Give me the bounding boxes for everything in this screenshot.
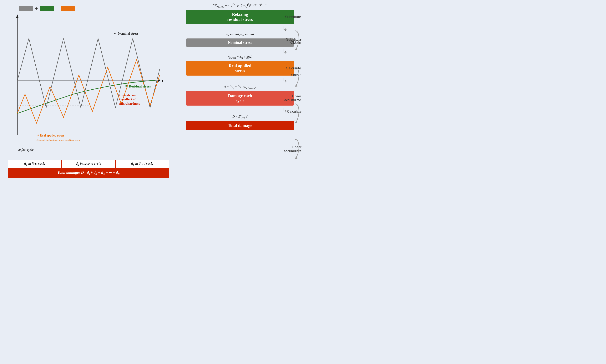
box-damage-each-cycle: Damage eachcycle	[186, 91, 294, 105]
section-real-applied: Real appliedstress Calculate	[180, 61, 300, 76]
damage-row-top: d1 in first cycle d2 in second cycle d3 …	[8, 160, 169, 168]
formula-sigma-const: σa = const, σm = const	[184, 33, 296, 37]
box-nominal-stress: Nominal stress	[186, 39, 294, 47]
section-damage-cycle: Damage eachcycle Linearaccumulate	[180, 91, 300, 105]
formula-real-stress: σm,real = σm + g(N)	[184, 55, 296, 59]
legend-plus: +	[35, 6, 38, 12]
svg-text:the effect of: the effect of	[119, 97, 136, 101]
svg-text:microhardness: microhardness	[119, 102, 140, 105]
svg-text:↗ Real applied stress: ↗ Real applied stress	[37, 134, 65, 137]
label-substitute: Substitute	[285, 15, 301, 19]
arrow-2: ↳	[180, 48, 300, 54]
legend-green-box	[40, 6, 54, 11]
arrow-4: ↳	[180, 107, 300, 113]
right-arrows	[288, 25, 303, 171]
top-formula: σR/σR,initial = α · [2/1−R · (σa/σy)2]p …	[180, 3, 300, 8]
svg-text:← Nominal stress: ← Nominal stress	[114, 32, 139, 35]
svg-text:Considering: Considering	[119, 93, 136, 97]
svg-text:↖ Residual stress: ↖ Residual stress	[125, 84, 151, 88]
svg-marker-18	[295, 121, 297, 123]
damage-cell-3: d3 in third cycle	[116, 160, 169, 168]
box-relaxing-residual-stress: Relaxingresidual stress	[186, 10, 294, 24]
arrow-3: ↳	[180, 77, 300, 83]
section-relaxing: Relaxingresidual stress Substitute	[180, 10, 300, 24]
svg-text:(Considering residual stress i: (Considering residual stress in a fixed …	[37, 138, 81, 141]
box-total-damage: Total damage	[186, 121, 294, 130]
section-nominal: Nominal stress Obtain	[180, 39, 300, 47]
damage-table: d1 in first cycle d2 in second cycle d3 …	[8, 160, 169, 178]
main-graph: t ← Nominal stress ↖ Residual stress ↗ R…	[6, 12, 173, 150]
svg-marker-17	[295, 84, 297, 87]
section-total-damage: Total damage	[180, 121, 300, 130]
first-cycle-label: in first cycle	[18, 148, 33, 152]
legend-gray-box	[19, 6, 33, 11]
damage-cell-2: d2 in second cycle	[62, 160, 115, 168]
damage-cell-1: d1 in first cycle	[8, 160, 62, 168]
legend-equals: =	[56, 6, 59, 12]
svg-marker-16	[295, 48, 297, 50]
svg-marker-19	[295, 156, 297, 159]
legend-orange-box	[61, 6, 75, 11]
legend: + =	[19, 6, 75, 12]
right-panel: σR/σR,initial = α · [2/1−R · (σa/σy)2]p …	[177, 0, 303, 182]
arrow-1: ↳	[180, 26, 300, 32]
box-real-applied-stress: Real appliedstress	[186, 61, 294, 76]
damage-row-total: Total damage: D= d1+ d2 + d3 + ··· + dn	[8, 168, 169, 178]
svg-text:t: t	[162, 78, 163, 83]
formula-damage: d = 1/Nf = 1/k · f(σa, σm,real)	[184, 84, 296, 90]
formula-accumulate: D = Σni=1 d	[184, 114, 296, 119]
